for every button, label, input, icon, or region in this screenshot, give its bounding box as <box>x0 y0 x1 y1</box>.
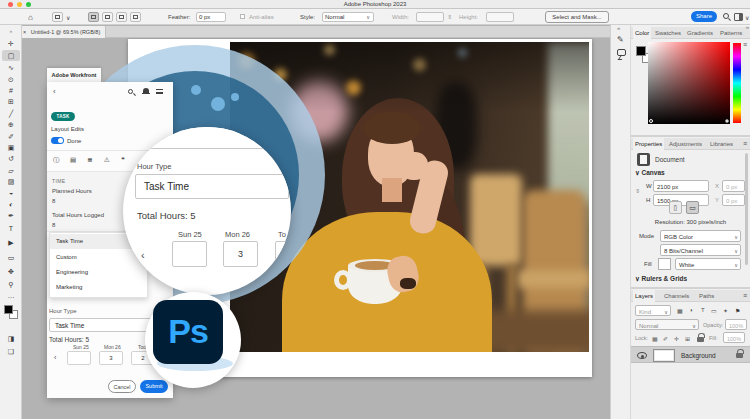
issues-icon[interactable]: ⚠ <box>104 156 110 164</box>
type-filter-icon[interactable]: T <box>701 307 705 313</box>
submit-button[interactable]: Submit <box>140 380 168 393</box>
blend-mode-select[interactable]: Normal∨ <box>635 319 699 330</box>
layers-menu-icon[interactable]: ≡ <box>743 290 747 302</box>
workspace-chevron-icon[interactable]: ∨ <box>745 14 749 21</box>
tool-preset-icon[interactable] <box>52 12 63 22</box>
magnified-hours-input[interactable] <box>172 241 207 267</box>
properties-scrollbar[interactable] <box>745 153 748 265</box>
tab-adjustments[interactable]: Adjustments <box>669 138 702 150</box>
color-panel-menu-icon[interactable]: ≡ <box>743 41 747 48</box>
height-input[interactable] <box>486 12 514 22</box>
smart-object-filter-icon[interactable]: ✦ <box>723 307 728 314</box>
search-icon[interactable] <box>723 13 729 19</box>
screen-mode-icon[interactable]: ❏ <box>0 346 22 357</box>
dropdown-option-marketing[interactable]: Marketing <box>50 280 147 295</box>
fill-select[interactable]: White∨ <box>675 258 741 270</box>
layer-row-background[interactable]: Background <box>631 346 750 363</box>
pixel-filter-icon[interactable]: ▦ <box>677 307 683 314</box>
tab-paths[interactable]: Paths <box>699 290 714 302</box>
foreground-color-swatch[interactable] <box>636 46 646 56</box>
lock-pixels-icon[interactable]: ✐ <box>663 335 668 342</box>
menu-icon[interactable] <box>156 89 163 94</box>
canvas-y-input[interactable]: 0 px <box>722 194 745 206</box>
bell-icon[interactable] <box>143 88 149 93</box>
comment-icon[interactable]: ❝ <box>121 156 125 164</box>
hue-slider[interactable] <box>733 43 741 123</box>
lock-position-icon[interactable]: ✛ <box>674 335 679 342</box>
lock-transparent-icon[interactable]: ▦ <box>652 335 658 342</box>
width-input[interactable] <box>416 12 444 22</box>
quick-mask-icon[interactable]: ◨ <box>0 333 22 344</box>
blur-tool[interactable]: ◒ <box>0 187 22 198</box>
eraser-tool[interactable]: ▱ <box>0 165 22 176</box>
tab-properties[interactable]: Properties <box>633 138 664 150</box>
type-tool[interactable]: T <box>0 223 22 234</box>
share-button[interactable]: Share <box>691 11 717 22</box>
subtract-selection-mode-button[interactable] <box>116 12 127 22</box>
eyedropper-tool[interactable]: ╱ <box>0 108 22 119</box>
color-field[interactable] <box>648 42 730 124</box>
home-icon[interactable]: ⌂ <box>28 13 33 22</box>
workspace-switcher-icon[interactable] <box>734 13 743 21</box>
layer-filter-select[interactable]: Kind∨ <box>635 305 671 316</box>
foreground-background-swatches[interactable] <box>4 305 20 321</box>
filter-toggle-icon[interactable]: ⚑ <box>735 307 740 314</box>
canvas-x-input[interactable]: 0 px <box>722 180 745 192</box>
previous-week-icon[interactable]: ‹ <box>54 354 56 361</box>
tab-libraries[interactable]: Libraries <box>710 138 733 150</box>
more-tools-icon[interactable]: ⋯ <box>0 292 22 303</box>
path-selection-tool[interactable]: ▶ <box>0 237 22 248</box>
bit-depth-select[interactable]: 8 Bits/Channel∨ <box>660 244 741 256</box>
collapse-dock-icon[interactable]: » <box>746 24 749 30</box>
zoom-tool[interactable]: ⚲ <box>0 279 22 290</box>
link-dimensions-icon[interactable]: ∞ <box>635 189 641 193</box>
new-selection-mode-button[interactable] <box>88 12 99 22</box>
add-selection-mode-button[interactable] <box>102 12 113 22</box>
intersect-selection-mode-button[interactable] <box>130 12 141 22</box>
opacity-input[interactable]: 100% <box>725 319 747 330</box>
select-and-mask-button[interactable]: Select and Mask... <box>545 11 609 23</box>
magnified-previous-week-icon[interactable]: ‹ <box>141 249 145 261</box>
pen-tool[interactable]: ✒ <box>0 210 22 221</box>
gradient-tool[interactable]: ▨ <box>0 176 22 187</box>
workfront-tab[interactable]: Adobe Workfront <box>47 68 101 82</box>
color-field-handle[interactable] <box>725 119 729 123</box>
tab-color[interactable]: Color <box>633 27 651 39</box>
close-tab-icon[interactable]: × <box>23 29 26 35</box>
shape-tool[interactable]: ▭ <box>0 252 22 263</box>
document-tab[interactable]: × Untitled-1 @ 69.5% (RGB/8) <box>18 26 106 38</box>
shape-filter-icon[interactable]: ▭ <box>711 307 717 314</box>
frame-tool[interactable]: ⊞ <box>0 96 22 107</box>
crop-tool[interactable]: # <box>0 85 22 96</box>
rectangular-marquee-tool[interactable]: ▢ <box>2 50 20 61</box>
move-tool[interactable]: ✛ <box>0 38 22 49</box>
fill-color-swatch[interactable] <box>658 258 671 270</box>
lock-artboard-icon[interactable]: ⊞ <box>685 335 690 342</box>
properties-menu-icon[interactable]: ≡ <box>743 138 747 150</box>
antialias-checkbox[interactable] <box>240 14 245 19</box>
canvas-width-input[interactable]: 2100 px <box>653 180 709 192</box>
layer-visibility-icon[interactable] <box>637 352 647 359</box>
cancel-button[interactable]: Cancel <box>108 380 136 393</box>
history-brush-tool[interactable]: ↺ <box>0 153 22 164</box>
document-icon[interactable]: ▤ <box>70 156 76 164</box>
layer-fill-input[interactable]: 100% <box>723 332 745 343</box>
version-history-icon[interactable]: ✎ <box>617 35 624 44</box>
search-icon[interactable] <box>128 89 133 94</box>
dodge-tool[interactable]: ◐ <box>0 199 22 210</box>
dropdown-option-custom[interactable]: Custom <box>50 250 147 265</box>
tab-layers[interactable]: Layers <box>633 290 655 302</box>
adjustment-filter-icon[interactable]: ◑ <box>689 307 693 313</box>
link-dimensions-icon[interactable]: ∞ <box>447 15 453 19</box>
feather-input[interactable]: 0 px <box>196 12 226 22</box>
landscape-orientation-button[interactable]: ▭ <box>686 201 699 214</box>
canvas-area[interactable]: Adobe Workfront ‹ TASK Layout Edits Done… <box>22 38 610 419</box>
collapse-panels-icon[interactable]: « <box>617 25 620 31</box>
tab-gradients[interactable]: Gradients <box>687 27 713 39</box>
rulers-grids-section-header[interactable]: ∨ Rulers & Grids <box>635 275 687 283</box>
brush-tool[interactable]: ✐ <box>0 131 22 142</box>
back-icon[interactable]: ‹ <box>53 87 56 96</box>
list-icon[interactable]: ≣ <box>87 156 92 164</box>
canvas-section-header[interactable]: ∨ Canvas <box>635 169 665 177</box>
clone-stamp-tool[interactable]: ▣ <box>0 142 22 153</box>
